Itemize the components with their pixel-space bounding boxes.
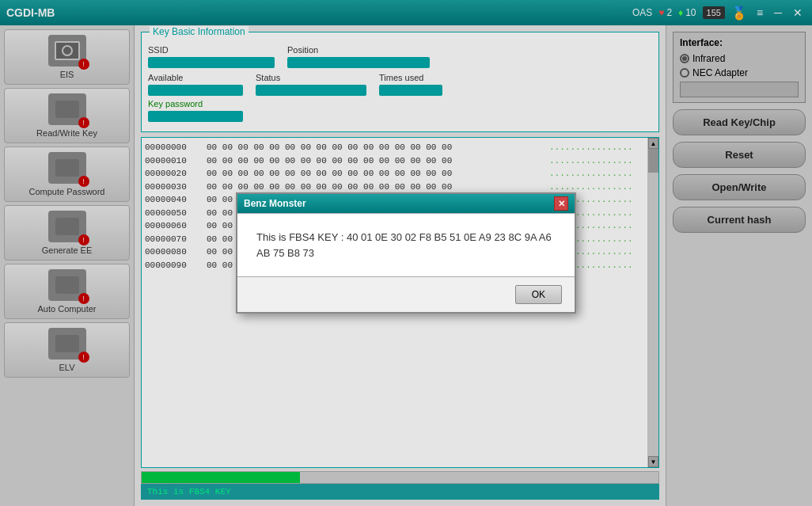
modal-overlay: Benz Monster ✕ This is FBS4 KEY : 40 01 … [0,0,812,506]
modal-titlebar: Benz Monster ✕ [237,194,575,213]
ok-button[interactable]: OK [515,285,562,304]
modal-title: Benz Monster [244,198,306,209]
modal-footer: OK [237,277,575,312]
modal-body: This is FBS4 KEY : 40 01 0E 30 02 F8 B5 … [237,213,575,277]
modal-message: This is FBS4 KEY : 40 01 0E 30 02 F8 B5 … [256,230,556,261]
modal-dialog: Benz Monster ✕ This is FBS4 KEY : 40 01 … [236,192,576,314]
modal-close-button[interactable]: ✕ [554,196,568,211]
